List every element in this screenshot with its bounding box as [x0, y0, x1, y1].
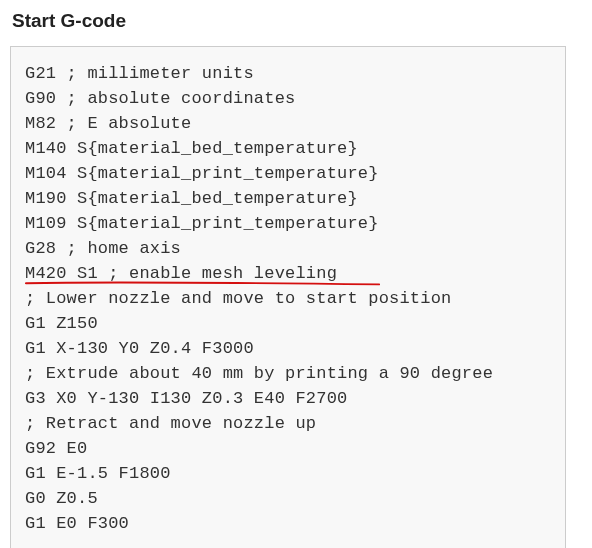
- gcode-block: G21 ; millimeter units G90 ; absolute co…: [10, 46, 566, 548]
- code-line-highlighted: M420 S1 ; enable mesh leveling: [25, 264, 337, 283]
- code-line: G3 X0 Y-130 I130 Z0.3 E40 F2700: [25, 389, 347, 408]
- code-line: G90 ; absolute coordinates: [25, 89, 295, 108]
- code-line: ; Retract and move nozzle up: [25, 414, 316, 433]
- code-line: M82 ; E absolute: [25, 114, 191, 133]
- code-line: G1 Z150: [25, 314, 98, 333]
- code-line: M140 S{material_bed_temperature}: [25, 139, 358, 158]
- code-line: G28 ; home axis: [25, 239, 181, 258]
- code-line: G0 Z0.5: [25, 489, 98, 508]
- highlighted-line-wrap: M420 S1 ; enable mesh leveling: [25, 261, 555, 286]
- code-line: ; Extrude about 40 mm by printing a 90 d…: [25, 364, 493, 383]
- code-line: M190 S{material_bed_temperature}: [25, 189, 358, 208]
- code-line: G1 X-130 Y0 Z0.4 F3000: [25, 339, 254, 358]
- code-line: G21 ; millimeter units: [25, 64, 254, 83]
- code-line: M104 S{material_print_temperature}: [25, 164, 379, 183]
- code-line: ; Lower nozzle and move to start positio…: [25, 289, 451, 308]
- code-line: G92 E0: [25, 439, 87, 458]
- section-heading: Start G-code: [12, 10, 592, 32]
- code-line: G1 E0 F300: [25, 514, 129, 533]
- code-line: G1 E-1.5 F1800: [25, 464, 171, 483]
- code-line: M109 S{material_print_temperature}: [25, 214, 379, 233]
